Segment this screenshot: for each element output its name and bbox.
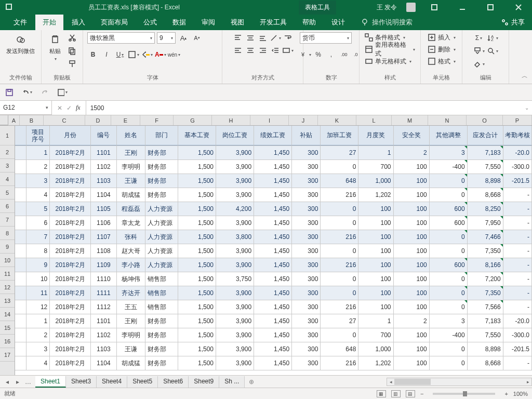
cell[interactable]: 0 bbox=[430, 174, 468, 188]
fill-button[interactable]: ▾ bbox=[473, 45, 485, 57]
header-cell[interactable]: 月份 bbox=[50, 126, 91, 145]
header-cell[interactable]: 基本工资 bbox=[178, 126, 216, 145]
cell[interactable]: 1102 bbox=[91, 160, 116, 174]
cell[interactable] bbox=[15, 160, 26, 174]
cell[interactable]: 100 bbox=[394, 272, 430, 286]
sheet-tab[interactable]: Sheet3 bbox=[66, 376, 97, 388]
cell[interactable]: 1,450 bbox=[254, 272, 292, 286]
font-size-combo[interactable]: 9▾ bbox=[157, 32, 176, 44]
cell[interactable]: - bbox=[503, 188, 532, 202]
cell[interactable] bbox=[15, 314, 26, 328]
cell[interactable]: 300 bbox=[292, 230, 321, 244]
cell[interactable]: - bbox=[503, 244, 532, 258]
cell[interactable]: 2018年2月 bbox=[50, 174, 91, 188]
cell[interactable]: 1,450 bbox=[254, 286, 292, 300]
cell[interactable] bbox=[15, 216, 26, 230]
cell[interactable]: 100 bbox=[394, 300, 430, 314]
font-color-button[interactable]: A▾ bbox=[155, 49, 166, 60]
save-button[interactable] bbox=[4, 87, 15, 98]
wrap-text-button[interactable] bbox=[282, 32, 294, 44]
tab-developer[interactable]: 开发工具 bbox=[252, 15, 294, 30]
column-header-A[interactable]: A bbox=[8, 115, 20, 125]
cell[interactable]: 1,500 bbox=[178, 216, 216, 230]
column-header-F[interactable]: F bbox=[140, 115, 174, 125]
comma-button[interactable]: , bbox=[326, 49, 337, 60]
cell[interactable]: 3,900 bbox=[216, 216, 254, 230]
cell[interactable]: 5 bbox=[26, 202, 50, 216]
header-cell[interactable]: 加班工资 bbox=[321, 126, 358, 145]
cell[interactable]: 700 bbox=[358, 160, 393, 174]
column-header-G[interactable]: G bbox=[174, 115, 212, 125]
cell[interactable]: 8,668 bbox=[468, 188, 503, 202]
cell[interactable]: 0 bbox=[321, 244, 358, 258]
cell[interactable]: 100 bbox=[358, 286, 393, 300]
cell[interactable]: 100 bbox=[394, 286, 430, 300]
cell[interactable]: 销售部 bbox=[145, 300, 178, 314]
phonetic-button[interactable]: wén▾ bbox=[168, 49, 180, 60]
share-button[interactable]: 共享 bbox=[501, 18, 525, 27]
cell[interactable]: 王谦 bbox=[117, 342, 145, 356]
cell[interactable]: 3,800 bbox=[216, 230, 254, 244]
cell[interactable]: 0 bbox=[321, 216, 358, 230]
cell[interactable]: 胡成猛 bbox=[117, 356, 145, 370]
cell[interactable]: 王谦 bbox=[117, 174, 145, 188]
cell[interactable]: 216 bbox=[321, 300, 358, 314]
row-header[interactable]: 6 bbox=[0, 200, 15, 213]
cell[interactable]: 2018年2月 bbox=[50, 342, 91, 356]
cell[interactable]: 7,466 bbox=[468, 230, 503, 244]
cut-button[interactable] bbox=[66, 32, 78, 44]
cell[interactable]: 300 bbox=[292, 188, 321, 202]
cell[interactable]: 1111 bbox=[91, 286, 116, 300]
row-header[interactable]: 9 bbox=[0, 240, 15, 254]
cell[interactable]: 1,500 bbox=[178, 272, 216, 286]
cell[interactable]: 7,566 bbox=[468, 300, 503, 314]
cell[interactable]: - bbox=[503, 356, 532, 370]
cell[interactable]: 8,668 bbox=[468, 356, 503, 370]
cell[interactable]: 2018年2月 bbox=[50, 146, 91, 159]
cell[interactable]: 0 bbox=[430, 244, 468, 258]
cell[interactable]: 1 bbox=[26, 314, 50, 328]
cell[interactable]: 10 bbox=[26, 272, 50, 286]
cell[interactable]: 300 bbox=[292, 300, 321, 314]
cell[interactable]: 销售部 bbox=[145, 286, 178, 300]
cell[interactable]: 1,500 bbox=[178, 146, 216, 159]
delete-cells-button[interactable]: 删除▾ bbox=[428, 44, 456, 55]
cell[interactable]: 0 bbox=[430, 356, 468, 370]
merge-button[interactable]: ▾ bbox=[282, 45, 294, 56]
page-layout-view-button[interactable]: ▥ bbox=[391, 390, 401, 397]
row-header[interactable]: 17 bbox=[0, 348, 15, 362]
cell[interactable]: 2018年2月 bbox=[50, 356, 91, 370]
cell[interactable]: 2018年2月 bbox=[50, 188, 91, 202]
cell[interactable]: 7,200 bbox=[468, 272, 503, 286]
new-sheet-button[interactable]: ⊕ bbox=[245, 378, 258, 385]
cell[interactable]: 1,450 bbox=[254, 188, 292, 202]
cell[interactable]: 100 bbox=[394, 174, 430, 188]
cell[interactable]: 2018年2月 bbox=[50, 216, 91, 230]
cell[interactable]: 3 bbox=[430, 314, 468, 328]
cell[interactable]: -400 bbox=[430, 328, 468, 342]
cell[interactable]: 300 bbox=[292, 272, 321, 286]
cell[interactable]: 11 bbox=[26, 286, 50, 300]
cell[interactable]: 财务部 bbox=[145, 342, 178, 356]
cell[interactable]: 100 bbox=[394, 328, 430, 342]
cell[interactable]: 1,202 bbox=[358, 356, 393, 370]
autosave-icon[interactable] bbox=[5, 3, 12, 12]
cell[interactable] bbox=[15, 202, 26, 216]
cell[interactable]: 3,900 bbox=[216, 146, 254, 159]
cell[interactable]: -20.0 bbox=[503, 146, 532, 159]
send-to-wechat-button[interactable]: 发送到微信 bbox=[4, 32, 37, 56]
cell[interactable]: 人力资源 bbox=[145, 258, 178, 272]
redo-button[interactable] bbox=[39, 87, 50, 98]
cell[interactable]: 人力资源 bbox=[145, 202, 178, 216]
header-cell[interactable]: 其他调整 bbox=[430, 126, 468, 145]
increase-decimal-button[interactable]: .00 bbox=[339, 49, 350, 60]
cell[interactable]: 3,750 bbox=[216, 272, 254, 286]
cell[interactable] bbox=[15, 146, 26, 159]
cell[interactable]: - bbox=[503, 286, 532, 300]
align-middle-button[interactable] bbox=[245, 32, 256, 44]
cell[interactable]: 1,500 bbox=[178, 328, 216, 342]
cell[interactable]: 0 bbox=[430, 300, 468, 314]
cell[interactable]: - bbox=[503, 258, 532, 272]
header-cell[interactable]: 姓名 bbox=[117, 126, 145, 145]
cell[interactable]: 3,900 bbox=[216, 356, 254, 370]
